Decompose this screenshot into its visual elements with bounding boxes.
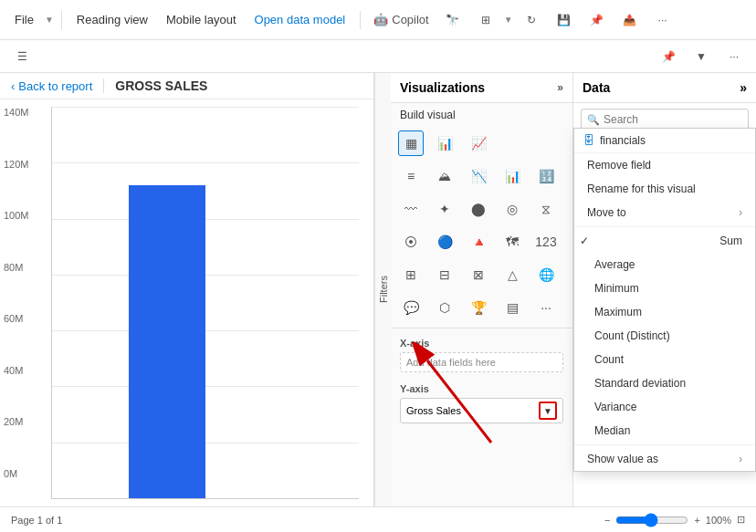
file-menu[interactable]: File bbox=[7, 9, 41, 30]
y-label-40m: 40M bbox=[4, 365, 29, 376]
filter2-icon[interactable]: ▼ bbox=[687, 42, 716, 71]
ctx-maximum-label: Maximum bbox=[594, 306, 642, 318]
pin2-icon[interactable]: 📌 bbox=[654, 42, 683, 71]
more2-icon[interactable]: ··· bbox=[719, 42, 749, 71]
reading-view-menu[interactable]: Reading view bbox=[69, 9, 155, 30]
ctx-count[interactable]: Count bbox=[574, 348, 755, 371]
viz-type-grid-row4: ⦿ 🔵 🔺 🗺 123 bbox=[391, 225, 572, 258]
ctx-move-to[interactable]: Move to › bbox=[574, 201, 755, 224]
viz-scatter-icon[interactable]: ✦ bbox=[432, 196, 457, 222]
x-axis-placeholder[interactable]: Add data fields here bbox=[400, 352, 563, 372]
ctx-sum[interactable]: Sum bbox=[574, 229, 755, 253]
refresh-icon[interactable]: ↻ bbox=[517, 5, 546, 35]
ctx-rename-visual-label: Rename for this visual bbox=[587, 183, 696, 195]
search-icon: 🔍 bbox=[587, 114, 600, 126]
viz-123-icon[interactable]: 123 bbox=[533, 229, 559, 255]
zoom-plus-icon[interactable]: + bbox=[694, 515, 699, 526]
ctx-sum-label: Sum bbox=[719, 235, 742, 247]
ctx-move-to-arrow: › bbox=[739, 206, 742, 219]
viz-expand-icon[interactable]: » bbox=[557, 81, 563, 94]
viz-trophy-icon[interactable]: 🏆 bbox=[466, 295, 491, 320]
zoom-controls: − + 100% ⊡ bbox=[604, 513, 745, 527]
gross-sales-bar[interactable] bbox=[129, 185, 205, 498]
ctx-show-value-as-label: Show value as bbox=[587, 453, 658, 465]
viz-panel-title: Visualizations bbox=[400, 80, 485, 95]
data-panel: Data » 🔍 ▾ 🗄 financials 🗄 financials Rem… bbox=[573, 73, 756, 506]
viz-bar4-icon[interactable]: 🔢 bbox=[533, 163, 559, 189]
chart-gridlines bbox=[52, 107, 359, 498]
grid-icon[interactable]: ⊞ bbox=[471, 5, 500, 35]
viz-qa-icon[interactable]: 💬 bbox=[398, 295, 424, 320]
viz-table-icon[interactable]: ⊞ bbox=[398, 262, 424, 287]
open-data-model-menu[interactable]: Open data model bbox=[247, 9, 353, 30]
viz-pie-icon[interactable]: ⬤ bbox=[466, 196, 491, 222]
viz-geo-icon[interactable]: 🌐 bbox=[533, 262, 559, 287]
ctx-count-label: Count bbox=[594, 353, 624, 366]
viz-shape-icon[interactable]: △ bbox=[499, 262, 525, 287]
viz-kpi-icon[interactable]: 🔵 bbox=[432, 229, 457, 255]
copilot-icon[interactable]: 🤖 Copilot bbox=[368, 5, 434, 35]
ctx-median[interactable]: Median bbox=[574, 419, 755, 443]
chart-area: 140M 120M 100M 80M 60M 40M 20M 0M bbox=[0, 99, 373, 506]
viz-area-icon[interactable]: ⛰ bbox=[432, 163, 457, 189]
menubar: File ▼ Reading view Mobile layout Open d… bbox=[0, 0, 756, 40]
y-axis-dropdown-button[interactable]: ▼ bbox=[539, 402, 557, 420]
binoculars-icon[interactable]: 🔭 bbox=[438, 5, 467, 35]
viz-bar2-icon[interactable]: 📊 bbox=[432, 130, 457, 156]
ctx-remove-field[interactable]: Remove field bbox=[574, 153, 755, 177]
copilot-label: Copilot bbox=[392, 13, 428, 26]
share-icon[interactable]: 📤 bbox=[615, 5, 645, 35]
ctx-maximum[interactable]: Maximum bbox=[574, 300, 755, 324]
ctx-variance[interactable]: Variance bbox=[574, 395, 755, 419]
viz-type-grid-row2: ≡ ⛰ 📉 📊 🔢 bbox=[391, 160, 572, 193]
ctx-show-value-as[interactable]: Show value as › bbox=[574, 447, 755, 471]
hamburger-icon[interactable]: ☰ bbox=[7, 42, 37, 71]
x-axis-label: X-axis bbox=[400, 338, 563, 349]
viz-combo-icon[interactable]: 📉 bbox=[466, 163, 491, 189]
mobile-layout-menu[interactable]: Mobile layout bbox=[159, 9, 244, 30]
viz-donut-icon[interactable]: ◎ bbox=[499, 196, 525, 222]
x-axis-section: X-axis Add data fields here bbox=[391, 332, 572, 378]
more-menu-icon[interactable]: ··· bbox=[648, 5, 677, 35]
ctx-std-dev[interactable]: Standard deviation bbox=[574, 371, 755, 395]
data-panel-expand-icon[interactable]: » bbox=[740, 80, 747, 95]
ctx-count-distinct[interactable]: Count (Distinct) bbox=[574, 324, 755, 348]
viz-bar-chart-icon[interactable]: ▦ bbox=[398, 130, 424, 156]
viz-divider bbox=[391, 328, 572, 329]
toolbar2: ☰ 📌 ▼ ··· bbox=[0, 40, 756, 73]
viz-gauge-icon[interactable]: ⦿ bbox=[398, 229, 424, 255]
save-icon[interactable]: 💾 bbox=[550, 5, 579, 35]
ctx-average[interactable]: Average bbox=[574, 253, 755, 276]
viz-bar3-icon[interactable]: 📊 bbox=[499, 163, 525, 189]
ctx-rename-visual[interactable]: Rename for this visual bbox=[574, 177, 755, 201]
zoom-minus-icon[interactable]: − bbox=[604, 515, 610, 526]
zoom-slider[interactable] bbox=[615, 513, 688, 527]
ctx-db-icon: 🗄 bbox=[583, 134, 594, 147]
viz-funnel-icon[interactable]: ⧖ bbox=[533, 196, 559, 222]
menu-sep-1 bbox=[61, 11, 62, 29]
pin-icon[interactable]: 📌 bbox=[583, 5, 612, 35]
back-report-button[interactable]: ‹ Back to report bbox=[11, 79, 92, 93]
viz-matrix-icon[interactable]: ⊟ bbox=[432, 262, 457, 287]
viz-line2-icon[interactable]: 〰 bbox=[398, 196, 424, 222]
viz-bar5-icon[interactable]: ▤ bbox=[499, 295, 525, 320]
context-menu: 🗄 financials Remove field Rename for thi… bbox=[573, 128, 756, 472]
ctx-average-label: Average bbox=[594, 258, 635, 271]
y-axis-field-label: Gross Sales bbox=[406, 405, 461, 416]
y-label-140m: 140M bbox=[4, 107, 29, 118]
ctx-median-label: Median bbox=[594, 424, 630, 437]
viz-more-icon[interactable]: ··· bbox=[533, 295, 559, 320]
y-axis-field[interactable]: Gross Sales ▼ bbox=[400, 398, 563, 423]
ctx-section-header: 🗄 financials bbox=[574, 129, 755, 153]
viz-map-icon[interactable]: 🔺 bbox=[466, 229, 491, 255]
viz-stacked-bar-icon[interactable]: ≡ bbox=[398, 163, 424, 189]
viz-filled-map-icon[interactable]: 🗺 bbox=[499, 229, 525, 255]
search-input[interactable] bbox=[604, 113, 742, 126]
y-label-20m: 20M bbox=[4, 416, 29, 427]
viz-line-icon[interactable]: 📈 bbox=[466, 130, 491, 156]
viz-grid2-icon[interactable]: ⊠ bbox=[466, 262, 491, 287]
filters-sidebar[interactable]: Filters bbox=[374, 73, 391, 506]
fit-page-icon[interactable]: ⊡ bbox=[737, 514, 745, 526]
viz-decomp-icon[interactable]: ⬡ bbox=[432, 295, 457, 320]
ctx-minimum[interactable]: Minimum bbox=[574, 276, 755, 300]
